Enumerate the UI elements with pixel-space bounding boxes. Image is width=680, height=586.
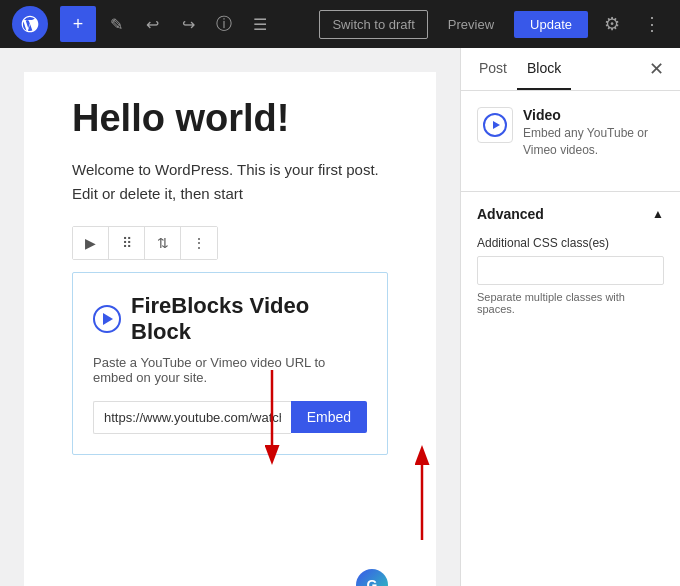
block-arrows-button[interactable]: ⇅ [145,227,181,259]
editor-content: Hello world! Welcome to WordPress. This … [24,72,436,586]
block-grid-button[interactable]: ⠿ [109,227,145,259]
gear-icon: ⚙ [604,13,620,35]
ellipsis-icon: ⋮ [643,13,661,35]
panel-tabs: Post Block ✕ [461,48,680,91]
preview-button[interactable]: Preview [436,11,506,38]
info-button[interactable]: ⓘ [208,8,240,40]
block-type-description: Embed any YouTube or Vimeo videos. [523,125,664,159]
list-icon: ☰ [253,15,267,34]
block-type-info: Video Embed any YouTube or Vimeo videos. [477,107,664,159]
arrows-icon: ⇅ [157,235,169,251]
video-play-triangle [493,121,500,129]
play-triangle [103,313,113,325]
block-type-text: Video Embed any YouTube or Vimeo videos. [523,107,664,159]
tab-post[interactable]: Post [469,48,517,90]
block-play-button[interactable]: ▶ [73,227,109,259]
pencil-icon: ✎ [110,15,123,34]
block-type-icon [477,107,513,143]
video-block: FireBlocks Video Block Paste a YouTube o… [72,272,388,455]
panel-close-button[interactable]: ✕ [641,54,672,84]
arrows-annotation [72,455,388,565]
tab-block[interactable]: Block [517,48,571,90]
plus-icon: + [73,14,84,35]
video-block-title-row: FireBlocks Video Block [93,293,367,345]
redo-button[interactable]: ↪ [172,8,204,40]
right-panel: Post Block ✕ Video Embed any YouTube or … [460,48,680,586]
chevron-up-icon: ▲ [652,207,664,221]
block-mini-toolbar: ▶ ⠿ ⇅ ⋮ [72,226,218,260]
gutenberg-logo: G [356,569,388,586]
undo-icon: ↩ [146,15,159,34]
advanced-label: Advanced [477,206,544,222]
video-block-desc: Paste a YouTube or Vimeo video URL to em… [93,355,367,385]
grid-icon: ⠿ [122,235,132,251]
play-icon: ▶ [85,235,96,251]
video-block-title-text: FireBlocks Video Block [131,293,367,345]
main-layout: Hello world! Welcome to WordPress. This … [0,48,680,586]
dots-icon: ⋮ [192,235,206,251]
add-block-button[interactable]: + [60,6,96,42]
editor-area: Hello world! Welcome to WordPress. This … [0,48,460,586]
block-type-name: Video [523,107,664,123]
block-more-button[interactable]: ⋮ [181,227,217,259]
arrow-up-annotation [382,445,460,545]
video-type-play-icon [483,113,507,137]
advanced-section: Advanced ▲ Additional CSS class(es) Sepa… [461,192,680,331]
css-field-label: Additional CSS class(es) [477,236,664,250]
url-input-row: Embed [93,401,367,434]
block-type-section: Video Embed any YouTube or Vimeo videos. [461,91,680,191]
undo-button[interactable]: ↩ [136,8,168,40]
wp-logo [12,6,48,42]
post-title[interactable]: Hello world! [72,96,388,142]
arrow-down-annotation [232,365,312,465]
gutenberg-icon-area: G [72,565,388,586]
advanced-header[interactable]: Advanced ▲ [461,192,680,236]
advanced-content: Additional CSS class(es) Separate multip… [461,236,680,331]
switch-to-draft-button[interactable]: Switch to draft [319,10,427,39]
post-excerpt[interactable]: Welcome to WordPress. This is your first… [72,158,388,206]
css-field-hint: Separate multiple classes with spaces. [477,291,664,315]
tools-button[interactable]: ✎ [100,8,132,40]
info-icon: ⓘ [216,14,232,35]
update-button[interactable]: Update [514,11,588,38]
main-toolbar: + ✎ ↩ ↪ ⓘ ☰ Switch to draft Preview Upda… [0,0,680,48]
css-classes-input[interactable] [477,256,664,285]
list-view-button[interactable]: ☰ [244,8,276,40]
more-options-button[interactable]: ⋮ [636,8,668,40]
play-circle-icon [93,305,121,333]
redo-icon: ↪ [182,15,195,34]
settings-button[interactable]: ⚙ [596,8,628,40]
